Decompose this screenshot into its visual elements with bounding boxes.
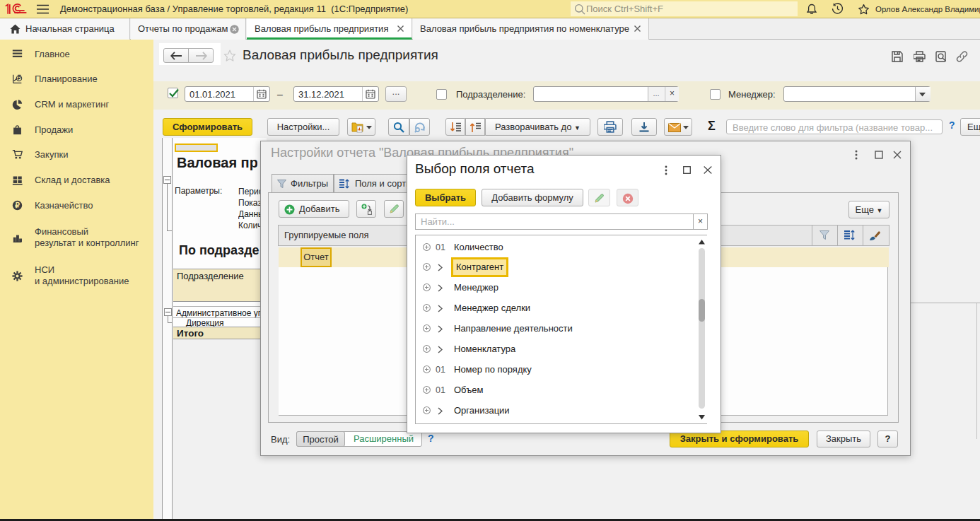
svg-text:₽: ₽ [15, 201, 20, 209]
svg-text:₽: ₽ [18, 75, 21, 81]
